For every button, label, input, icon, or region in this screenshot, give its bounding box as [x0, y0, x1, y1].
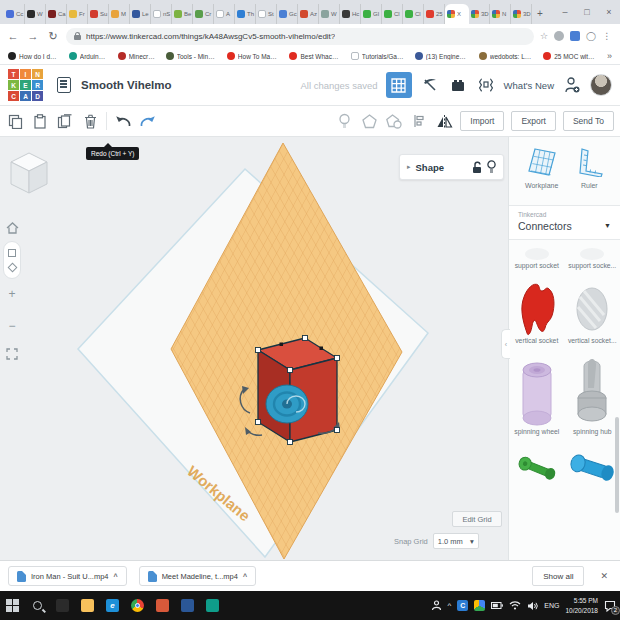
brick-export-icon[interactable] [448, 75, 468, 95]
browser-tab[interactable]: Le [130, 4, 151, 24]
shape-item-green-axle[interactable] [509, 449, 565, 489]
mirror-icon[interactable] [435, 112, 453, 130]
action-center-icon[interactable]: 2 [604, 600, 616, 612]
show-all-button[interactable]: Show all [532, 566, 584, 586]
ungroup-icon[interactable] [385, 112, 403, 130]
design-menu-icon[interactable] [57, 77, 71, 93]
extension-icon[interactable] [570, 31, 580, 41]
zoom-out-icon[interactable]: − [3, 317, 21, 335]
browser-tab[interactable]: Fr [67, 4, 88, 24]
browser-tab[interactable]: Cr [193, 4, 214, 24]
browser-tab[interactable]: 3D [469, 4, 490, 24]
shape-item-spinning-hub[interactable]: spinning hub [565, 358, 620, 435]
profile-icon[interactable]: ◯ [586, 31, 596, 41]
panel-caret-icon[interactable]: ▸ [407, 163, 411, 171]
download-item[interactable]: Iron Man - Suit U...mp4 ^ [8, 566, 127, 586]
view-cube[interactable] [8, 151, 50, 195]
app-dark-icon[interactable] [50, 591, 75, 620]
shape-item-blue-axle[interactable] [565, 449, 620, 489]
chevron-up-icon[interactable]: ^ [243, 573, 247, 580]
browser-tab[interactable]: Cl [403, 4, 424, 24]
home-view-icon[interactable] [3, 219, 21, 237]
shape-inspector-panel[interactable]: ▸ Shape [399, 154, 504, 180]
browser-tab[interactable]: Th [235, 4, 256, 24]
browser-tab[interactable]: A [214, 4, 235, 24]
browser-tab[interactable]: Gc [277, 4, 298, 24]
bookmark-item[interactable]: How do I download [8, 52, 58, 60]
ruler-tool[interactable]: Ruler [574, 147, 604, 189]
unlock-icon[interactable] [472, 161, 482, 174]
shape-item-vertical-socket[interactable]: vertical socket [509, 279, 565, 344]
minecraft-export-icon[interactable] [420, 75, 440, 95]
browser-tab[interactable]: Be [172, 4, 193, 24]
sidebar-collapse-icon[interactable]: ‹ [501, 329, 510, 359]
tinkercad-logo[interactable]: TINKERCAD [8, 69, 43, 101]
blue-wheel-shape[interactable] [266, 385, 308, 423]
photos-icon[interactable] [150, 591, 175, 620]
clock[interactable]: 5:55 PM 10/20/2018 [565, 596, 598, 616]
wifi-icon[interactable] [509, 601, 521, 610]
browser-tab[interactable]: 3D [511, 4, 532, 24]
store-icon[interactable] [200, 591, 225, 620]
3d-viewport[interactable]: Workplane [0, 137, 508, 560]
delete-icon[interactable] [81, 112, 99, 130]
close-button[interactable]: × [598, 0, 620, 24]
codeblocks-icon[interactable] [476, 75, 496, 95]
show-all-lightbulb-icon[interactable] [335, 112, 353, 130]
undo-icon[interactable] [114, 112, 132, 130]
bookmark-item[interactable]: Arduino - Buy [69, 52, 107, 60]
visibility-lightbulb-icon[interactable] [487, 160, 496, 174]
3d-design-button[interactable] [386, 72, 412, 98]
back-icon[interactable]: ← [6, 30, 20, 42]
bookmarks-overflow-icon[interactable]: » [607, 51, 612, 61]
browser-tab[interactable]: Az [298, 4, 319, 24]
minimize-button[interactable]: – [554, 0, 576, 24]
new-tab-button[interactable]: + [532, 4, 548, 24]
tray-expand-icon[interactable]: ^ [448, 601, 452, 610]
paste-icon[interactable] [31, 112, 49, 130]
calendar-icon[interactable] [175, 591, 200, 620]
forward-icon[interactable]: → [26, 30, 40, 42]
bookmark-item[interactable]: Tutorials/Galacticraft [351, 52, 404, 60]
browser-menu-icon[interactable]: ⋮ [602, 31, 611, 41]
browser-tab[interactable]: W [25, 4, 46, 24]
browser-tab[interactable]: Cl [382, 4, 403, 24]
avatar[interactable] [590, 74, 612, 96]
browser-tab[interactable]: Gl [361, 4, 382, 24]
browser-tab[interactable]: Hc [340, 4, 361, 24]
bookmark-item[interactable]: (13) Engineering For [415, 52, 468, 60]
invite-person-icon[interactable] [562, 75, 582, 95]
zoom-in-icon[interactable]: + [3, 285, 21, 303]
bookmark-star-icon[interactable]: ☆ [540, 31, 548, 41]
browser-tab[interactable]: M [109, 4, 130, 24]
sidebar-scrollbar[interactable] [615, 417, 619, 513]
shape-category-dropdown[interactable]: Tinkercad Connectors▼ [509, 205, 620, 240]
browser-tab[interactable]: W [319, 4, 340, 24]
volume-icon[interactable] [527, 601, 538, 611]
file-explorer-icon[interactable] [75, 591, 100, 620]
onenote-tray-icon[interactable]: C [457, 600, 468, 611]
browser-tab[interactable]: Cc [4, 4, 25, 24]
extension-icon[interactable] [554, 31, 564, 41]
battery-icon[interactable] [491, 601, 503, 610]
close-downloads-icon[interactable]: ✕ [596, 571, 612, 581]
browser-tab[interactable]: nS [151, 4, 172, 24]
bookmark-item[interactable]: MinecraftEdu [118, 52, 155, 60]
browser-tab[interactable]: 25 [424, 4, 445, 24]
people-icon[interactable] [431, 600, 442, 611]
redo-icon[interactable] [139, 112, 157, 130]
browser-tab[interactable]: St [256, 4, 277, 24]
bookmark-item[interactable]: Tools - Minecraft W [166, 52, 216, 60]
browser-tab[interactable]: N [490, 4, 511, 24]
view-orbit-controls[interactable] [3, 241, 21, 279]
group-icon[interactable] [360, 112, 378, 130]
import-button[interactable]: Import [460, 111, 504, 131]
drive-tray-icon[interactable] [474, 600, 485, 611]
browser-tab[interactable]: Su [88, 4, 109, 24]
shape-item-support-socket[interactable]: support socket [509, 246, 565, 269]
edge-icon[interactable]: e [100, 591, 125, 620]
shape-item-spinning-wheel[interactable]: spinning wheel [509, 358, 565, 435]
start-icon[interactable] [0, 591, 25, 620]
browser-tab[interactable]: Ca [46, 4, 67, 24]
shape-item-vertical-socket-2[interactable]: vertical socket... [565, 279, 620, 344]
